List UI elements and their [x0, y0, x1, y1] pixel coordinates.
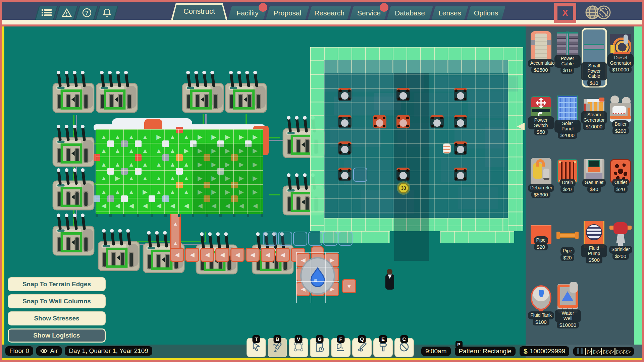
accumulator-icon — [531, 31, 551, 62]
build-item-price: $10000 — [557, 321, 579, 328]
node-part — [341, 92, 348, 100]
marquee-tool[interactable]: V — [289, 338, 308, 357]
tab-database[interactable]: Database — [389, 6, 431, 20]
build-item-fluid-pump[interactable]: Fluid Pump$500 — [581, 220, 607, 283]
build-item-pipe[interactable]: Pipe$20 — [554, 220, 581, 283]
icon-tab-notifications[interactable] — [97, 6, 116, 20]
placement-overlay[interactable]: 33 — [310, 47, 523, 231]
turret-structure — [51, 124, 96, 168]
build-item-boiler[interactable]: Boiler$200 — [607, 94, 634, 157]
main-tab-bar: ConstructFacilityProposalResearchService… — [171, 3, 506, 20]
pause-icon[interactable] — [581, 348, 583, 354]
tab-lenses[interactable]: Lenses — [433, 6, 466, 20]
build-item-small-power-cable[interactable]: Small Power Cable$10 — [581, 31, 607, 94]
factory-building[interactable]: ▲▲▲▲▶▲▲▶▶▶▶▶▲▲▲▲▲▲▶▶▶▶▶▶▲▲▲▲▲▲▲▶▶▶▶▶▲▶▲▲… — [96, 129, 263, 214]
draw-tool[interactable]: B — [268, 338, 287, 357]
icon-tab-group: ? — [37, 6, 116, 20]
sprinkler-node[interactable] — [454, 141, 467, 155]
speed-2-button[interactable]: ▷▷ — [593, 348, 600, 355]
node-part — [406, 117, 409, 119]
sprinkler-node[interactable] — [338, 115, 352, 128]
build-tool[interactable]: E — [373, 338, 393, 357]
ghost-tile — [293, 232, 307, 246]
tab-research[interactable]: Research — [310, 6, 349, 20]
icon-tab-alerts[interactable] — [57, 6, 76, 20]
fluid-pump-icon — [584, 221, 604, 248]
icon-tab-menu[interactable] — [37, 6, 56, 20]
tab-construct[interactable]: Construct — [171, 3, 227, 20]
build-item-outlet[interactable]: Outlet$20 — [607, 157, 634, 220]
snap-button-snap-to-terrain-edges[interactable]: Snap To Terrain Edges — [8, 277, 106, 291]
sprinkler-node[interactable] — [396, 115, 410, 128]
cancel-tool[interactable]: C — [394, 338, 414, 357]
snap-button-show-stresses[interactable]: Show Stresses — [8, 311, 106, 325]
tab-label: Research — [310, 9, 349, 17]
game-viewport[interactable]: ▲▲▲▲▶▲▲▶▶▶▶▶▲▲▲▲▲▲▶▶▶▶▶▶▲▲▲▲▲▲▲▶▶▶▶▶▲▶▲▲… — [4, 26, 526, 345]
ghost-tile — [308, 232, 322, 246]
build-item-debarreler[interactable]: Debarreler$5300 — [528, 157, 554, 220]
tab-service[interactable]: Service — [352, 6, 386, 20]
speed-1-button[interactable]: ▷ — [587, 348, 590, 355]
inspect-tool[interactable]: Q — [352, 338, 372, 357]
build-item-fluid-tank[interactable]: Fluid Tank$100 — [528, 283, 554, 346]
clipboard-tool[interactable]: G — [310, 338, 329, 357]
placement-counter-badge: 33 — [398, 183, 409, 193]
floor-indicator[interactable]: Floor 0 — [5, 346, 33, 356]
pattern-indicator[interactable]: P Pattern: Rectangle — [455, 347, 516, 356]
icon-layer — [536, 159, 545, 167]
icon-layer — [610, 45, 614, 53]
sprinkler-node[interactable] — [454, 88, 467, 101]
tool-hotkey-badge: Q — [358, 335, 366, 343]
speed-separator — [601, 348, 602, 355]
build-item-power-switch[interactable]: Power Switch$50 — [528, 94, 554, 157]
build-item-gas-inlet[interactable]: Gas Inlet$40 — [581, 157, 607, 220]
water-well-structure[interactable]: ◀▲▶▼▼◀▼▶ — [296, 246, 339, 303]
tab-facility[interactable]: Facility — [230, 6, 265, 20]
tab-proposal[interactable]: Proposal — [268, 6, 307, 20]
tab-options[interactable]: Options — [469, 6, 503, 20]
snap-button-show-logistics[interactable]: Show Logistics — [8, 328, 106, 343]
build-item-sprinkler[interactable]: Sprinkler$200 — [607, 220, 634, 283]
build-item-drain[interactable]: Drain$20 — [554, 157, 581, 220]
sprinkler-node[interactable] — [430, 115, 444, 128]
pipe-line-icon — [557, 220, 578, 250]
speed-3-button[interactable]: ▷▷▷ — [603, 348, 613, 355]
sprinkler-node[interactable] — [338, 168, 352, 181]
node-part — [374, 117, 377, 119]
tool-hotkey-badge: E — [379, 335, 387, 343]
sprinkler-node[interactable] — [373, 115, 386, 128]
node-part — [457, 119, 464, 127]
build-panel-row: Fluid Tank$100Water Well$10000 — [526, 283, 634, 346]
sprinkler-node[interactable] — [454, 168, 467, 181]
build-item-solar-panel[interactable]: Solar Panel$2000 — [554, 94, 581, 157]
node-part — [341, 146, 348, 153]
status-right-group: 9:00am P Pattern: Rectangle $ 1000029999… — [421, 346, 634, 356]
node-part — [464, 177, 466, 180]
build-item-pipe[interactable]: Pipe$20 — [528, 220, 554, 283]
character[interactable] — [385, 269, 394, 291]
select-tool[interactable]: T — [247, 338, 266, 357]
node-part — [431, 125, 434, 127]
sprinkler-node[interactable] — [338, 141, 352, 155]
build-item-diesel-generator[interactable]: Diesel Generator$10000 — [607, 31, 634, 94]
snap-button-snap-to-wall-columns[interactable]: Snap To Wall Columns — [8, 294, 106, 308]
build-item-power-cable[interactable]: Power Cable$10 — [554, 31, 581, 94]
build-item-steam-generator[interactable]: Steam Generator$10000 — [581, 94, 607, 157]
sprinkler-node[interactable] — [396, 88, 410, 101]
playback-controls[interactable]: ▷▷▷▷▷▷▷▷▷▷ — [573, 347, 634, 356]
speed-4-button[interactable]: ▷▷▷▷ — [616, 348, 630, 355]
pause-icon[interactable] — [577, 348, 579, 354]
chevron-left-icon[interactable]: ◀ — [517, 120, 525, 131]
view-mode-indicator[interactable]: Air — [36, 346, 62, 356]
sprinkler-node[interactable] — [396, 168, 410, 181]
sprinkler-node[interactable] — [338, 88, 352, 101]
build-item-accumulator[interactable]: Accumulator$2500 — [528, 31, 554, 94]
node-part — [339, 117, 342, 119]
pipe-vertical: ▲▲ — [170, 214, 181, 253]
fill-tool[interactable]: F — [331, 338, 351, 357]
icon-tab-help[interactable]: ? — [77, 6, 96, 20]
build-item-water-well[interactable]: Water Well$10000 — [554, 283, 581, 346]
sprinkler-node[interactable] — [454, 115, 467, 128]
close-button[interactable]: X — [554, 3, 576, 23]
build-panel-row: Accumulator$2500Power Cable$10Small Powe… — [526, 31, 634, 94]
